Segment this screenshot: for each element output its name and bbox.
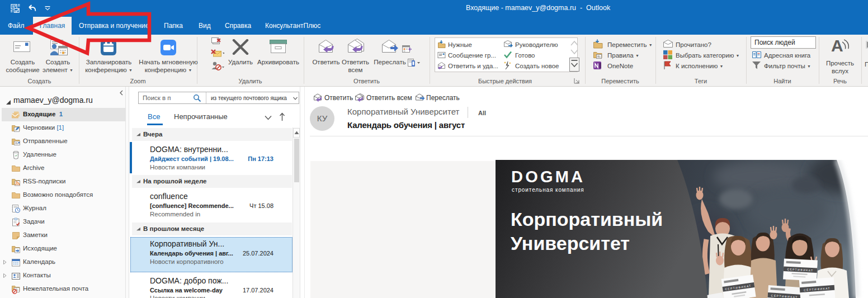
svg-text:DOGMA: DOGMA: [511, 168, 585, 186]
svg-text:Корпоративный: Корпоративный: [511, 209, 663, 230]
svg-text:Университет: Университет: [511, 233, 630, 254]
svg-text:строительная компания: строительная компания: [512, 187, 584, 193]
